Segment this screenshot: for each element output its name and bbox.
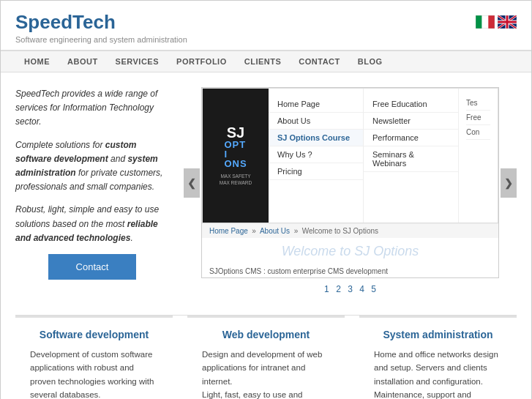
- nav-home[interactable]: HOME: [15, 51, 59, 72]
- slider-container: SJ OPT I ONS MAX SAFETYMAX REWARD: [201, 87, 499, 278]
- slide-right-seminars[interactable]: Seminars & Webinars: [364, 146, 458, 172]
- card-sysadmin: System administration Home and office ne…: [359, 316, 517, 399]
- breadcrumb: Home Page » About Us » Welcome to SJ Opt…: [202, 223, 498, 238]
- contact-button[interactable]: Contact: [48, 254, 136, 280]
- slide-right-performance[interactable]: Performance: [364, 130, 458, 146]
- services-para: Complete solutions for custom software d…: [15, 138, 169, 195]
- card-software-title: Software development: [30, 329, 158, 340]
- slide-menu: Home Page About Us SJ Options Course Why…: [269, 89, 364, 223]
- tech-para: Robust, light, simple and easy to use so…: [15, 203, 169, 245]
- breadcrumb-home[interactable]: Home Page: [209, 227, 248, 235]
- flag-italy[interactable]: [476, 15, 495, 29]
- slide-logo: SJ OPT I ONS MAX SAFETYMAX REWARD: [203, 89, 269, 223]
- svg-rect-1: [482, 15, 489, 29]
- card-sysadmin-title: System administration: [374, 329, 502, 340]
- logo-area: SpeedTech Software engineering and syste…: [15, 11, 187, 44]
- nav-services[interactable]: SERVICES: [107, 51, 168, 72]
- slide-menu-course[interactable]: SJ Options Course: [269, 130, 363, 146]
- slide-extra: Tes Free Con: [459, 89, 498, 223]
- card-software-text: Development of custom software applicati…: [30, 348, 158, 399]
- site-title[interactable]: SpeedTech: [15, 11, 187, 34]
- left-panel: SpeedTech provides a wide range of servi…: [15, 87, 169, 300]
- navigation: HOME ABOUT SERVICES PORTFOLIO CLIENTS CO…: [1, 51, 531, 72]
- slide-menu-aboutus[interactable]: About Us: [269, 113, 363, 130]
- slide-extra-2: Free: [466, 111, 490, 125]
- slider-dot-1[interactable]: 1: [324, 284, 329, 294]
- slider-dot-2[interactable]: 2: [336, 284, 341, 294]
- header: SpeedTech Software engineering and syste…: [1, 1, 531, 51]
- slide-menu-homepage[interactable]: Home Page: [269, 96, 363, 113]
- slide-right-menu: Free Education Newsletter Performance Se…: [364, 89, 459, 223]
- main-content: SpeedTech provides a wide range of servi…: [1, 72, 531, 315]
- slide-menu-pricing[interactable]: Pricing: [269, 163, 363, 180]
- slider-wrapper: ❮ SJ OPT I ONS: [201, 87, 499, 278]
- svg-rect-2: [488, 15, 495, 29]
- slide-extra-3: Con: [466, 125, 490, 140]
- svg-rect-0: [476, 15, 482, 29]
- bottom-cards: Software development Development of cust…: [1, 316, 531, 399]
- card-web-title: Web development: [202, 329, 330, 340]
- slide-right-free-education[interactable]: Free Education: [364, 96, 458, 113]
- slider-dot-4[interactable]: 4: [359, 284, 364, 294]
- slider-prev-button[interactable]: ❮: [184, 168, 200, 198]
- nav-contact[interactable]: CONTACT: [290, 51, 348, 72]
- slider-next-button[interactable]: ❯: [501, 168, 517, 198]
- slide-right-newsletter[interactable]: Newsletter: [364, 113, 458, 130]
- card-web-text: Design and development of web applicatio…: [202, 348, 330, 399]
- language-flags: [476, 15, 517, 29]
- page-wrapper: SpeedTech Software engineering and syste…: [0, 0, 532, 399]
- slide-frame: SJ OPT I ONS MAX SAFETYMAX REWARD: [202, 88, 498, 223]
- nav-about[interactable]: ABOUT: [59, 51, 107, 72]
- nav-clients[interactable]: CLIENTS: [236, 51, 291, 72]
- slider-dot-3[interactable]: 3: [348, 284, 353, 294]
- slide-welcome-text: Welcome to SJ Options: [202, 238, 498, 265]
- card-sysadmin-text: Home and office networks design and setu…: [374, 348, 502, 399]
- slide-extra-1: Tes: [466, 96, 490, 111]
- slider-section: ❮ SJ OPT I ONS: [184, 87, 517, 300]
- card-web-dev: Web development Design and development o…: [187, 316, 345, 399]
- flag-uk[interactable]: [498, 15, 517, 29]
- slider-dot-5[interactable]: 5: [371, 284, 376, 294]
- breadcrumb-about[interactable]: About Us: [260, 227, 290, 235]
- site-subtitle: Software engineering and system administ…: [15, 35, 187, 44]
- slide-menu-whyus[interactable]: Why Us ?: [269, 146, 363, 163]
- slider-dots: 1 2 3 4 5: [184, 278, 517, 300]
- nav-portfolio[interactable]: PORTFOLIO: [168, 51, 236, 72]
- nav-blog[interactable]: BLOG: [349, 51, 391, 72]
- card-software-dev: Software development Development of cust…: [15, 316, 173, 399]
- intro-para: SpeedTech provides a wide range of servi…: [15, 87, 169, 130]
- cms-label: SJOptions CMS : custom enterprise CMS de…: [202, 265, 498, 277]
